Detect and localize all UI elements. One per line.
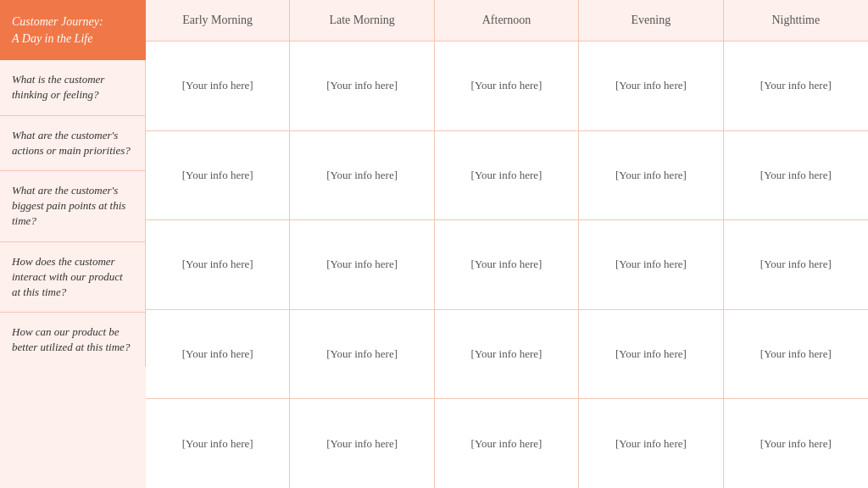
cell-2-4[interactable]: [Your info here] xyxy=(724,220,868,309)
cell-3-1[interactable]: [Your info here] xyxy=(290,310,434,399)
sidebar: Customer Journey:A Day in the Life xyxy=(0,0,146,60)
cell-3-3[interactable]: [Your info here] xyxy=(579,310,723,399)
row-label-text: How does the customer interact with our … xyxy=(12,254,133,301)
journey-table: Customer Journey:A Day in the LifeWhat i… xyxy=(0,0,868,488)
cell-1-2[interactable]: [Your info here] xyxy=(435,131,579,220)
row-label-3: How does the customer interact with our … xyxy=(0,242,146,313)
row-label-1: What are the customer's actions or main … xyxy=(0,116,146,171)
header-cell-2: Afternoon xyxy=(435,0,579,41)
cell-1-4[interactable]: [Your info here] xyxy=(724,131,868,220)
row-label-text: What are the customer's actions or main … xyxy=(12,128,133,158)
data-row-4: [Your info here][Your info here][Your in… xyxy=(146,399,868,488)
cell-1-3[interactable]: [Your info here] xyxy=(579,131,723,220)
cell-2-2[interactable]: [Your info here] xyxy=(435,220,579,309)
row-label-text: What are the customer's biggest pain poi… xyxy=(12,183,133,230)
cell-4-0[interactable]: [Your info here] xyxy=(146,399,290,488)
column-headers: Early MorningLate MorningAfternoonEvenin… xyxy=(146,0,868,42)
cell-4-4[interactable]: [Your info here] xyxy=(724,399,868,488)
row-label-text: What is the customer thinking or feeling… xyxy=(12,72,133,103)
cell-0-1[interactable]: [Your info here] xyxy=(290,42,434,130)
cell-1-0[interactable]: [Your info here] xyxy=(146,131,290,220)
data-row-3: [Your info here][Your info here][Your in… xyxy=(146,310,868,400)
row-label-text: How can our product be better utilized a… xyxy=(12,324,133,355)
cell-2-1[interactable]: [Your info here] xyxy=(290,220,434,309)
header-cell-0: Early Morning xyxy=(146,0,290,41)
cell-0-3[interactable]: [Your info here] xyxy=(579,42,723,130)
cell-0-0[interactable]: [Your info here] xyxy=(146,42,290,130)
header-cell-3: Evening xyxy=(579,0,723,41)
row-label-2: What are the customer's biggest pain poi… xyxy=(0,171,146,242)
data-row-1: [Your info here][Your info here][Your in… xyxy=(146,131,868,221)
cell-2-0[interactable]: [Your info here] xyxy=(146,220,290,309)
row-label-4: How can our product be better utilized a… xyxy=(0,313,146,367)
cell-4-2[interactable]: [Your info here] xyxy=(435,399,579,488)
cell-4-3[interactable]: [Your info here] xyxy=(579,399,723,488)
cell-0-2[interactable]: [Your info here] xyxy=(435,42,579,130)
row-label-0: What is the customer thinking or feeling… xyxy=(0,60,146,115)
cell-3-4[interactable]: [Your info here] xyxy=(724,310,868,399)
data-row-2: [Your info here][Your info here][Your in… xyxy=(146,220,868,310)
cell-1-1[interactable]: [Your info here] xyxy=(290,131,434,220)
sidebar-title: Customer Journey:A Day in the Life xyxy=(12,14,103,47)
cell-0-4[interactable]: [Your info here] xyxy=(724,42,868,130)
cell-2-3[interactable]: [Your info here] xyxy=(579,220,723,309)
cell-3-0[interactable]: [Your info here] xyxy=(146,310,290,399)
header-cell-1: Late Morning xyxy=(290,0,434,41)
data-row-0: [Your info here][Your info here][Your in… xyxy=(146,42,868,131)
header-cell-4: Nighttime xyxy=(724,0,868,41)
cell-4-1[interactable]: [Your info here] xyxy=(290,399,434,488)
cell-3-2[interactable]: [Your info here] xyxy=(435,310,579,399)
